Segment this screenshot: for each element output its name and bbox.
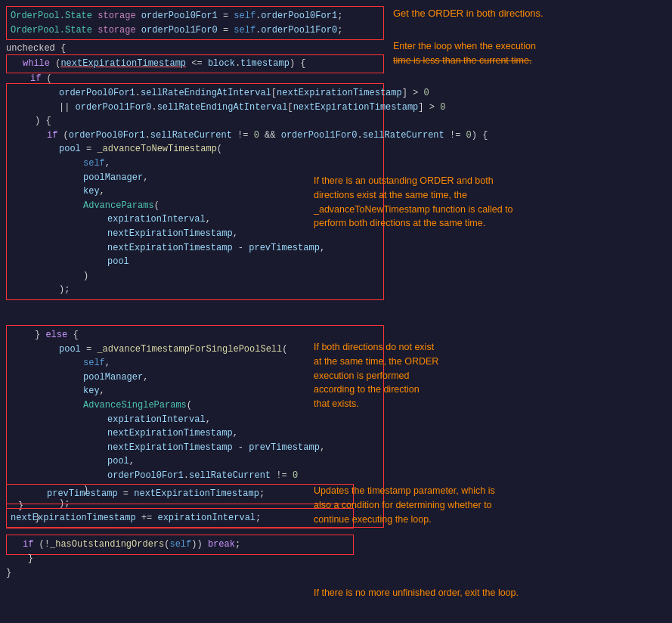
code-line: OrderPool.State storage orderPool1For0 =… xyxy=(11,23,379,38)
annotation-get-order: Get the ORDER in both directions. xyxy=(393,6,665,21)
unchecked-line: unchecked { xyxy=(6,42,66,56)
annotation-enter-loop: Enter the loop when the executiontime is… xyxy=(393,39,665,68)
annotation-timestamp: Updates the timestamp parameter, which i… xyxy=(314,484,661,526)
final-closing-braces: } } xyxy=(6,552,33,580)
while-red-box: while (nextExpirationTimestamp <= block.… xyxy=(6,54,384,73)
main-container: OrderPool.State storage orderPool0For1 =… xyxy=(0,0,672,623)
top-red-box: OrderPool.State storage orderPool0For1 =… xyxy=(6,6,384,40)
annotation-break: If there is no more unfinished order, ex… xyxy=(314,586,661,600)
next-expiration-red-box: nextExpirationTimestamp += expirationInt… xyxy=(6,508,354,528)
outstanding-orders-red-box: if (!_hasOutstandingOrders(self)) break; xyxy=(6,535,354,555)
annotation-advance: If there is an outstanding ORDER and bot… xyxy=(314,174,661,231)
code-line: OrderPool.State storage orderPool0For1 =… xyxy=(11,9,379,23)
annotation-single-pool: If both directions do not existat the sa… xyxy=(314,340,661,411)
prev-timestamp-red-box: prevTimestamp = nextExpirationTimestamp; xyxy=(6,484,354,504)
